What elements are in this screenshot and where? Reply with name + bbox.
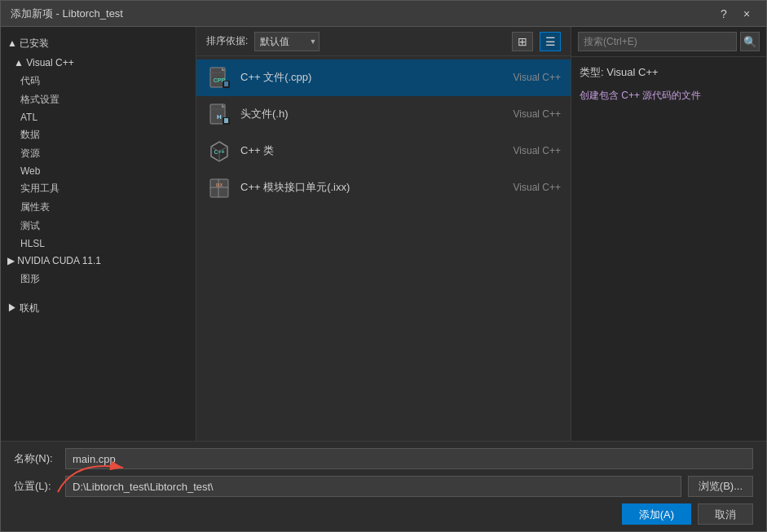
item-header-file[interactable]: H 头文件(.h) Visual C++ xyxy=(196,96,571,133)
search-bar: 🔍 xyxy=(571,27,766,57)
info-section: 类型: Visual C++ 创建包含 C++ 源代码的文件 xyxy=(571,57,766,111)
search-input[interactable] xyxy=(578,32,737,51)
add-button[interactable]: 添加(A) xyxy=(622,503,691,525)
sidebar-item-propsheet[interactable]: 属性表 xyxy=(1,198,196,217)
sort-select[interactable]: 默认值 名称 类型 xyxy=(254,32,320,51)
svg-text:H: H xyxy=(217,113,222,121)
svg-rect-22 xyxy=(218,187,228,197)
nvidia-label: ▶ NVIDIA CUDA 11.1 xyxy=(7,255,101,266)
sidebar: ▲ 已安装 ▲ Visual C++ 代码 格式设置 ATL 数据 资源 Web xyxy=(1,27,196,441)
search-icon: 🔍 xyxy=(743,36,757,48)
title-controls: ? × xyxy=(714,6,756,22)
type-value: 类型: Visual C++ xyxy=(580,65,758,80)
item-module-type: Visual C++ xyxy=(487,182,561,193)
close-button[interactable]: × xyxy=(737,6,756,22)
dialog: 添加新项 - Libtorch_test ? × ▲ 已安装 ▲ Visual … xyxy=(0,0,767,532)
item-module-interface[interactable]: IXX C++ 模块接口单元(.ixx) Visual C++ xyxy=(196,169,571,206)
right-panel: 🔍 类型: Visual C++ 创建包含 C++ 源代码的文件 xyxy=(571,27,766,441)
sidebar-item-web[interactable]: Web xyxy=(1,163,196,179)
item-class-name: C++ 类 xyxy=(240,143,487,158)
item-module-name: C++ 模块接口单元(.ixx) xyxy=(240,180,487,195)
name-label: 名称(N): xyxy=(14,451,59,466)
header-file-icon: H xyxy=(206,101,232,127)
item-cpp-type: Visual C++ xyxy=(487,72,561,83)
action-buttons: 添加(A) 取消 xyxy=(14,503,753,525)
item-cpp-class[interactable]: C++ C++ 类 Visual C++ xyxy=(196,133,571,169)
grid-view-button[interactable]: ⊞ xyxy=(512,32,533,51)
cpp-file-icon: CPP xyxy=(206,64,232,90)
visual-cpp-section[interactable]: ▲ Visual C++ xyxy=(1,54,196,72)
middle-panel: 排序依据: 默认值 名称 类型 ▼ ⊞ ☰ xyxy=(196,27,571,441)
sidebar-item-utility[interactable]: 实用工具 xyxy=(1,179,196,198)
sidebar-item-data[interactable]: 数据 xyxy=(1,125,196,144)
browse-button[interactable]: 浏览(B)... xyxy=(688,476,753,497)
sort-label: 排序依据: xyxy=(206,34,248,48)
item-header-type: Visual C++ xyxy=(487,108,561,120)
sidebar-item-remote[interactable]: ▶ 联机 xyxy=(1,298,196,319)
sidebar-item-hlsl[interactable]: HLSL xyxy=(1,235,196,252)
installed-section: ▲ 已安装 xyxy=(1,33,196,54)
sidebar-item-test[interactable]: 测试 xyxy=(1,217,196,235)
items-list: CPP C++ 文件(.cpp) Visual C++ xyxy=(196,56,571,441)
sidebar-item-atl[interactable]: ATL xyxy=(1,109,196,125)
list-view-button[interactable]: ☰ xyxy=(540,32,561,51)
item-header-name: 头文件(.h) xyxy=(240,107,487,121)
cpp-class-icon: C++ xyxy=(206,138,232,164)
visual-cpp-label: ▲ Visual C++ xyxy=(14,57,74,68)
type-description: 创建包含 C++ 源代码的文件 xyxy=(580,88,758,103)
dialog-title: 添加新项 - Libtorch_test xyxy=(11,7,714,21)
module-interface-icon: IXX xyxy=(206,174,232,200)
item-cpp-file[interactable]: CPP C++ 文件(.cpp) Visual C++ xyxy=(196,59,571,96)
sidebar-item-graphics[interactable]: 图形 xyxy=(1,270,196,288)
location-input[interactable] xyxy=(65,476,681,497)
installed-label: ▲ 已安装 xyxy=(7,37,49,51)
toolbar: 排序依据: 默认值 名称 类型 ▼ ⊞ ☰ xyxy=(196,27,571,56)
cancel-button[interactable]: 取消 xyxy=(698,503,753,525)
item-cpp-name: C++ 文件(.cpp) xyxy=(240,70,487,85)
help-button[interactable]: ? xyxy=(714,6,734,22)
sidebar-item-nvidia[interactable]: ▶ NVIDIA CUDA 11.1 xyxy=(1,252,196,270)
location-label: 位置(L): xyxy=(14,479,59,494)
svg-text:IXX: IXX xyxy=(216,182,223,187)
sidebar-item-resource[interactable]: 资源 xyxy=(1,144,196,163)
name-row: 名称(N): xyxy=(14,448,753,469)
location-row: 位置(L): 浏览(B)... xyxy=(14,476,753,497)
item-class-type: Visual C++ xyxy=(487,145,561,156)
name-input[interactable] xyxy=(65,448,753,469)
title-bar: 添加新项 - Libtorch_test ? × xyxy=(1,1,766,27)
sort-select-wrapper: 默认值 名称 类型 ▼ xyxy=(254,32,320,51)
sidebar-item-format[interactable]: 格式设置 xyxy=(1,90,196,109)
search-button[interactable]: 🔍 xyxy=(740,32,760,51)
sidebar-item-code[interactable]: 代码 xyxy=(1,72,196,90)
main-content: ▲ 已安装 ▲ Visual C++ 代码 格式设置 ATL 数据 资源 Web xyxy=(1,27,766,441)
bottom-bar: 名称(N): 位置(L): 浏览(B)... 添加(A) 取消 xyxy=(1,441,766,531)
remote-label: ▶ 联机 xyxy=(7,301,39,315)
